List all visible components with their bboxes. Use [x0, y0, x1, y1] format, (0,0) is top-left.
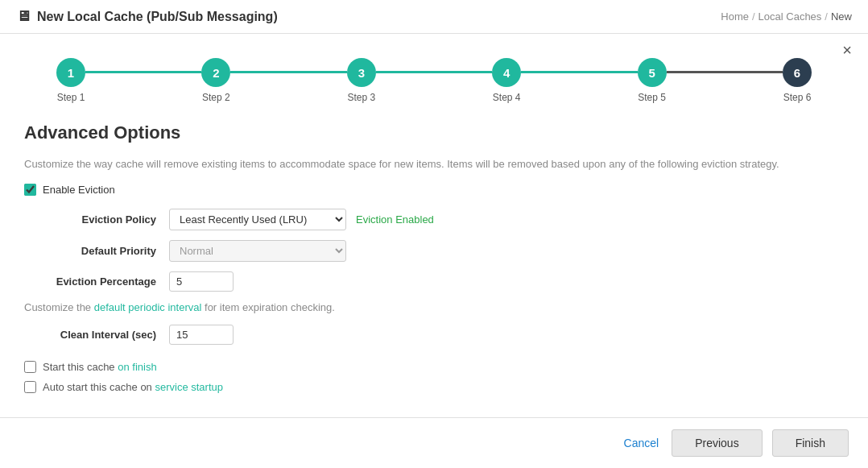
step-group-6: 6 Step 6: [783, 58, 812, 103]
auto-start-checkbox[interactable]: [24, 381, 36, 393]
connector-3-4: [376, 71, 492, 73]
info-text: Customize the way cache will remove exis…: [24, 156, 844, 172]
eviction-percentage-input[interactable]: [169, 271, 234, 292]
eviction-policy-select[interactable]: Least Recently Used (LRU) Least Frequent…: [169, 209, 346, 230]
page-title: Advanced Options: [24, 122, 844, 143]
main-content: × 1 Step 1 2 Step 2 3 Step 3 4: [0, 34, 868, 417]
breadcrumb-sep-2: /: [825, 10, 828, 23]
step-group-4: 4 Step 4: [492, 58, 521, 103]
clean-interval-row: Clean Interval (sec): [40, 325, 844, 345]
default-priority-select[interactable]: Normal Low High: [169, 240, 346, 262]
start-cache-label: Start this cache on finish: [43, 361, 157, 373]
enable-eviction-label: Enable Eviction: [43, 184, 115, 196]
breadcrumb-current: New: [831, 10, 852, 23]
step-label-6: Step 6: [783, 92, 812, 103]
breadcrumb: Home / Local Caches / New: [721, 10, 852, 23]
step-circle-4: 4: [492, 58, 521, 87]
eviction-percentage-row: Eviction Percentage: [40, 271, 844, 292]
breadcrumb-sep-1: /: [752, 10, 755, 23]
eviction-policy-row: Eviction Policy Least Recently Used (LRU…: [40, 209, 844, 230]
steps-progress: 1 Step 1 2 Step 2 3 Step 3 4 Step 4: [24, 50, 844, 103]
page-heading: New Local Cache (Pub/Sub Messaging): [37, 10, 278, 24]
start-cache-checkbox[interactable]: [24, 361, 36, 373]
step-circle-2: 2: [201, 58, 230, 87]
step-circle-5: 5: [638, 58, 667, 87]
enable-eviction-checkbox[interactable]: [24, 184, 36, 196]
enable-eviction-row: Enable Eviction: [24, 184, 844, 196]
connector-2-3: [230, 71, 346, 73]
eviction-policy-label: Eviction Policy: [40, 213, 169, 226]
header: 🖥 New Local Cache (Pub/Sub Messaging) Ho…: [0, 0, 868, 34]
step-circle-3: 3: [347, 58, 376, 87]
clean-interval-label: Clean Interval (sec): [40, 329, 169, 341]
page-wrapper: 🖥 New Local Cache (Pub/Sub Messaging) Ho…: [0, 0, 868, 468]
eviction-percentage-label: Eviction Percentage: [40, 275, 169, 288]
step-group-1: 1 Step 1: [56, 58, 85, 103]
previous-button[interactable]: Previous: [672, 429, 762, 457]
start-cache-item: Start this cache on finish: [24, 361, 844, 373]
default-priority-row: Default Priority Normal Low High: [40, 240, 844, 262]
clean-interval-input[interactable]: [169, 325, 234, 345]
breadcrumb-local-caches[interactable]: Local Caches: [758, 10, 822, 23]
step-circle-1: 1: [56, 58, 85, 87]
default-priority-label: Default Priority: [40, 245, 169, 257]
step-label-1: Step 1: [57, 92, 85, 103]
footer: Cancel Previous Finish: [0, 417, 868, 468]
step-circle-6: 6: [783, 58, 812, 87]
cancel-button[interactable]: Cancel: [621, 437, 663, 449]
header-title: 🖥 New Local Cache (Pub/Sub Messaging): [16, 8, 278, 25]
step-group-5: 5 Step 5: [638, 58, 667, 103]
clean-interval-section: Clean Interval (sec): [40, 325, 844, 345]
auto-start-item: Auto start this cache on service startup: [24, 381, 844, 393]
finish-button[interactable]: Finish: [772, 429, 849, 457]
breadcrumb-home[interactable]: Home: [721, 10, 749, 23]
info-text2: Customize the default periodic interval …: [24, 301, 844, 313]
auto-start-label: Auto start this cache on service startup: [43, 381, 223, 393]
step-label-4: Step 4: [493, 92, 521, 103]
step-group-2: 2 Step 2: [201, 58, 230, 103]
connector-5-6: [667, 71, 783, 73]
step-label-2: Step 2: [202, 92, 230, 103]
connector-1-2: [85, 71, 201, 73]
close-button[interactable]: ×: [842, 42, 852, 58]
eviction-form-section: Eviction Policy Least Recently Used (LRU…: [40, 209, 844, 292]
checkboxes-section: Start this cache on finish Auto start th…: [24, 361, 844, 393]
step-label-5: Step 5: [638, 92, 666, 103]
step-group-3: 3 Step 3: [347, 58, 376, 103]
eviction-status-badge: Eviction Enabled: [356, 213, 434, 226]
connector-4-5: [521, 71, 637, 73]
monitor-icon: 🖥: [16, 8, 31, 25]
step-label-3: Step 3: [347, 92, 375, 103]
